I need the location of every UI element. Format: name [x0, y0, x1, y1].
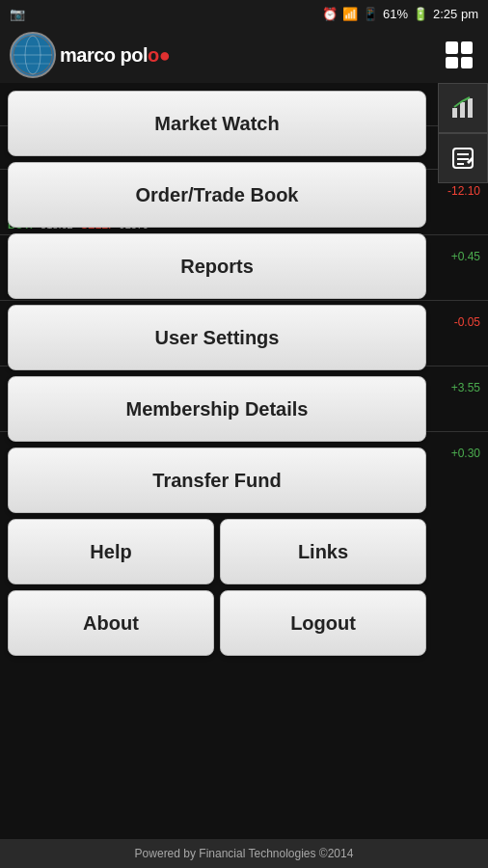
reports-button[interactable]: Reports — [8, 233, 426, 299]
menu-row-help-links: Help Links — [8, 519, 426, 584]
grid-cell-2 — [461, 41, 474, 54]
change-value: +0.30 — [451, 447, 480, 460]
logo-o-red: o — [104, 44, 116, 66]
membership-details-label: Membership Details — [126, 398, 309, 420]
status-left: 📷 — [10, 7, 25, 21]
svg-rect-6 — [460, 102, 465, 118]
svg-rect-7 — [468, 98, 473, 118]
market-watch-label: Market Watch — [154, 113, 279, 135]
logout-button[interactable]: Logout — [220, 590, 426, 656]
help-label: Help — [90, 541, 131, 563]
user-settings-label: User Settings — [155, 327, 280, 349]
navigation-menu: Market Watch Order/Trade Book Reports Us… — [0, 83, 434, 664]
help-button[interactable]: Help — [8, 519, 214, 584]
market-watch-button[interactable]: Market Watch — [8, 91, 426, 156]
about-button[interactable]: About — [8, 590, 214, 656]
transfer-fund-button[interactable]: Transfer Fund — [8, 448, 426, 513]
right-icon-bar — [438, 83, 488, 183]
app-header: marco polo● — [0, 27, 488, 83]
logo-area: marco polo● — [10, 32, 170, 78]
grid-menu-button[interactable] — [440, 36, 478, 74]
logo-globe — [10, 32, 56, 78]
about-label: About — [83, 612, 139, 635]
grid-cell-1 — [446, 41, 458, 54]
grid-cell-4 — [461, 57, 474, 69]
user-settings-button[interactable]: User Settings — [8, 305, 426, 370]
wifi-icon: 📶 — [342, 7, 358, 21]
membership-details-button[interactable]: Membership Details — [8, 376, 426, 442]
footer: Powered by Financial Technologies ©2014 — [0, 839, 488, 868]
change-value: +0.45 — [451, 250, 480, 263]
footer-text: Powered by Financial Technologies ©2014 — [135, 847, 354, 860]
order-trade-book-label: Order/Trade Book — [136, 184, 299, 206]
transfer-fund-label: Transfer Fund — [152, 470, 281, 492]
app-name: marco polo● — [60, 44, 170, 67]
edit-button[interactable] — [438, 133, 488, 183]
chart-button[interactable] — [438, 83, 488, 133]
reports-label: Reports — [180, 256, 254, 278]
status-right: ⏰ 📶 📱 61% 🔋 2:25 pm — [322, 7, 478, 21]
logout-label: Logout — [290, 612, 356, 635]
menu-row-about-logout: About Logout — [8, 590, 426, 656]
order-trade-book-button[interactable]: Order/Trade Book — [8, 162, 426, 228]
battery-icon: 🔋 — [413, 7, 428, 21]
logo-accent: o● — [148, 44, 170, 66]
camera-icon: 📷 — [10, 7, 25, 21]
battery-percent: 61% — [383, 7, 408, 21]
change-value: +3.55 — [451, 381, 480, 394]
links-label: Links — [298, 541, 348, 563]
change-value: -12.10 — [447, 184, 480, 198]
status-bar: 📷 ⏰ 📶 📱 61% 🔋 2:25 pm — [0, 0, 488, 27]
signal-icon: 📱 — [363, 7, 378, 21]
clock: 2:25 pm — [433, 7, 478, 21]
grid-cell-3 — [446, 57, 458, 69]
links-button[interactable]: Links — [220, 519, 426, 584]
svg-rect-5 — [452, 108, 457, 118]
alarm-icon: ⏰ — [322, 7, 338, 21]
change-value: -0.05 — [454, 315, 480, 329]
